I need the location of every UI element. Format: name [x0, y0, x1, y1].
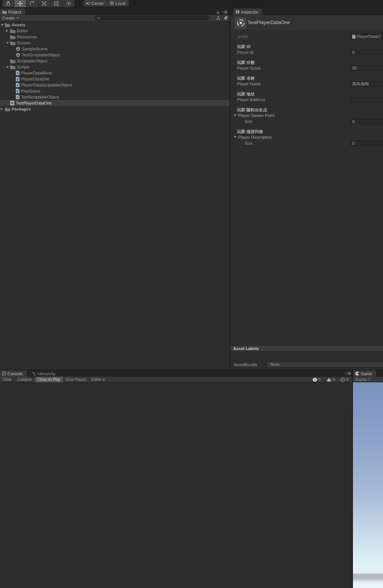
spawn-size-input[interactable]: 0	[350, 119, 383, 124]
foldout-player-description[interactable]: Player Description	[230, 134, 383, 140]
clear-on-play-toggle[interactable]: Clear on Play	[35, 377, 63, 382]
rect-icon	[53, 1, 59, 6]
tab-console[interactable]: Console	[0, 370, 27, 377]
info-count: 0	[346, 377, 348, 382]
search-input[interactable]	[100, 16, 207, 20]
folder-icon	[10, 29, 15, 33]
move-tool-button[interactable]	[14, 0, 26, 7]
orientation-local-button[interactable]: Local	[108, 0, 129, 6]
assetbundle-label: AssetBundle	[234, 362, 257, 367]
error-icon	[313, 377, 317, 382]
tab-inspector[interactable]: Inspector	[233, 9, 262, 15]
foldout-closed-icon[interactable]	[6, 29, 8, 32]
field-label: Size	[245, 141, 252, 145]
display-dropdown[interactable]: Display 1	[355, 377, 370, 382]
tree-row-playerdataone[interactable]: # PlayerDataOne	[0, 76, 229, 82]
warning-count-toggle[interactable]: 0	[324, 377, 337, 382]
csharp-script-icon: #	[16, 71, 20, 75]
tree-row-testscriptableobject-scene[interactable]: TestScriptableObject	[0, 52, 229, 58]
move-icon	[17, 1, 23, 6]
tree-row-samplescene[interactable]: SampleScene	[0, 46, 229, 52]
inspector-tabbar: Inspector	[230, 8, 383, 15]
tab-project[interactable]: Project	[0, 9, 25, 15]
foldout-open-icon[interactable]	[6, 66, 9, 68]
rotate-tool-button[interactable]	[26, 0, 38, 7]
panel-menu-icon[interactable]	[222, 11, 228, 14]
tree-row-assets[interactable]: Assets	[0, 22, 229, 28]
svg-text:#: #	[17, 77, 18, 81]
inspector-panel: Inspector TestPlayerDataOne Script Playe…	[230, 8, 383, 370]
player-address-input[interactable]	[350, 97, 383, 102]
asset-labels-bar[interactable]: Asset Labels	[230, 345, 383, 352]
tree-row-testscriptableobject-script[interactable]: # TestScriptableObject	[0, 94, 229, 100]
tree-row-editor[interactable]: Editor	[0, 28, 229, 34]
tree-row-testplayerdataone[interactable]: TestPlayerDataOne	[0, 100, 229, 106]
hand-tool-button[interactable]	[2, 0, 14, 7]
field-label: Player Name	[237, 82, 261, 86]
inspector-header: TestPlayerDataOne	[230, 15, 383, 31]
unity-scene-icon	[16, 47, 20, 51]
pivot-center-button[interactable]: Center	[84, 0, 108, 6]
console-tab-label: Console	[8, 371, 23, 376]
tree-row-resources[interactable]: Resources	[0, 34, 229, 40]
lock-icon[interactable]	[216, 10, 220, 14]
rect-tool-button[interactable]	[50, 0, 62, 7]
foldout-closed-icon[interactable]	[1, 108, 3, 111]
rotate-icon	[29, 1, 35, 6]
tree-row-packages[interactable]: Packages	[0, 106, 229, 112]
console-panel: Console Hierarchy Clear Collapse Clear o…	[0, 370, 353, 588]
field-label: Player Address	[237, 97, 265, 102]
unity-asset-icon	[235, 17, 246, 29]
foldout-player-spawn-point[interactable]: Player Spawn Point	[230, 112, 383, 118]
panel-menu-icon[interactable]	[345, 372, 351, 375]
search-by-type-icon[interactable]	[216, 16, 220, 20]
player-id-input[interactable]: 0	[350, 50, 383, 55]
tree-row-playgame[interactable]: # PlayGame	[0, 88, 229, 94]
tab-hierarchy[interactable]: Hierarchy	[30, 370, 59, 377]
console-log-area[interactable]	[0, 383, 353, 588]
scale-icon	[41, 1, 47, 6]
collapse-button[interactable]: Collapse	[15, 377, 35, 382]
script-label: Script	[237, 34, 248, 39]
tree-row-scenes[interactable]: Scenes	[0, 40, 229, 46]
tree-row-playerdatamono[interactable]: # PlayerDataMono	[0, 70, 229, 76]
script-object-field[interactable]: PlayerDataO	[350, 34, 383, 39]
search-icon	[97, 17, 100, 20]
clear-button[interactable]: Clear	[0, 377, 15, 382]
search-by-label-icon[interactable]	[223, 16, 228, 20]
description-size-input[interactable]: 0	[350, 141, 383, 146]
game-viewport[interactable]	[353, 382, 383, 588]
player-name-input[interactable]: 菜鸟海阔	[350, 81, 383, 86]
field-label: Player Score	[237, 66, 261, 70]
project-tree: Assets Editor Resources Scenes SampleSce…	[0, 22, 229, 370]
editor-dropdown[interactable]: Editor	[89, 377, 108, 382]
console-counters: 0 0 0	[310, 377, 351, 382]
create-button[interactable]: Create	[2, 16, 19, 20]
globe-icon	[110, 1, 114, 5]
tree-row-playerdatascriptableobject[interactable]: # PlayerDataScriptableObject	[0, 82, 229, 88]
foldout-open-icon[interactable]	[6, 42, 9, 44]
foldout-open-icon[interactable]	[1, 24, 4, 26]
assetbundle-row: AssetBundle None	[230, 362, 383, 368]
folder-icon	[10, 65, 15, 69]
tree-row-scripts[interactable]: Scripts	[0, 64, 229, 70]
info-count-toggle[interactable]: 0	[338, 377, 351, 382]
game-tab-label: Game	[361, 371, 372, 376]
transform-tools	[2, 0, 74, 7]
script-file-icon	[352, 35, 356, 39]
warning-count: 0	[333, 377, 335, 382]
assetbundle-dropdown[interactable]: None	[267, 362, 383, 367]
scale-tool-button[interactable]	[38, 0, 50, 7]
player-score-input[interactable]: 30	[350, 65, 383, 71]
error-pause-toggle[interactable]: Error Pause	[63, 377, 89, 382]
svg-text:#: #	[17, 71, 18, 75]
game-panel: Game Display 1	[353, 370, 383, 588]
transform-tool-button[interactable]	[62, 0, 74, 7]
tree-row-scriptableobject-folder[interactable]: ScriptableObject	[0, 58, 229, 64]
project-search[interactable]	[95, 16, 209, 20]
tab-game[interactable]: Game	[353, 370, 376, 377]
error-count-toggle[interactable]: 0	[310, 377, 323, 382]
pivot-center-label: Center	[91, 1, 104, 6]
pivot-orientation-group: Center Local	[84, 0, 129, 6]
console-tabbar: Console Hierarchy	[0, 370, 353, 377]
